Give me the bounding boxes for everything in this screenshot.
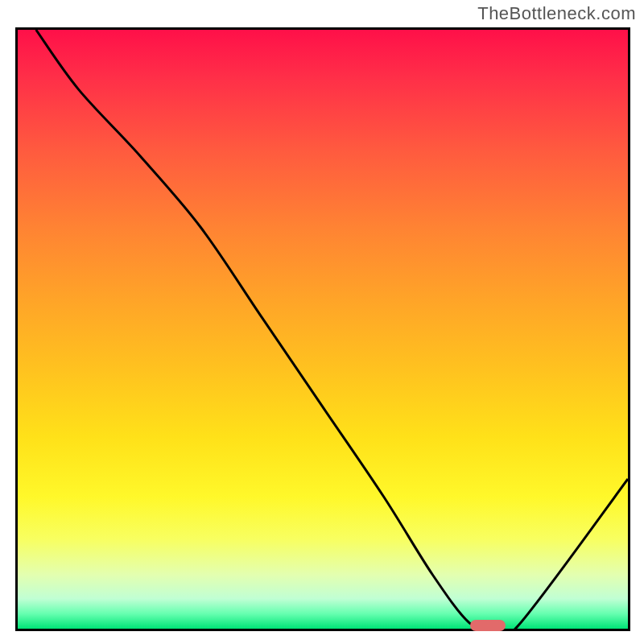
- watermark-text: TheBottleneck.com: [477, 3, 636, 24]
- bottleneck-curve: [18, 30, 628, 629]
- plot-area: [15, 27, 630, 631]
- sweet-spot-marker: [470, 620, 506, 631]
- chart-frame: TheBottleneck.com: [0, 0, 644, 644]
